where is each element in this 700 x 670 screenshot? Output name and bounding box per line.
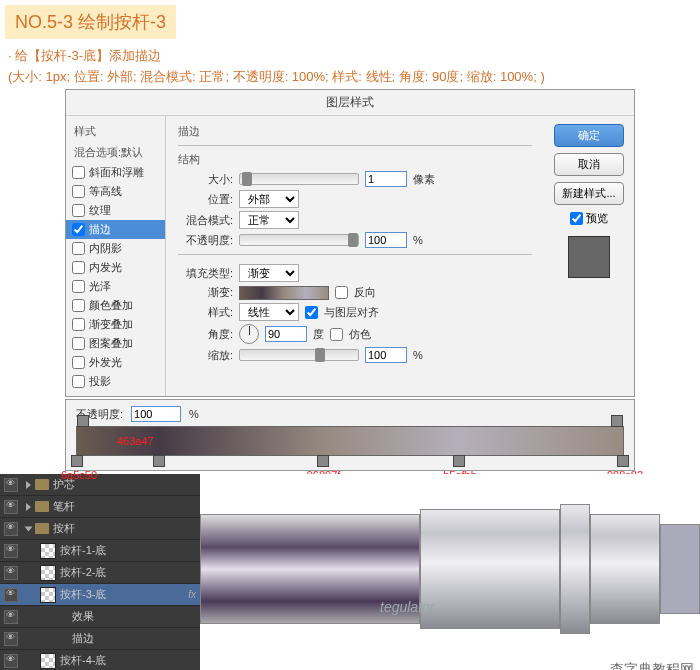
- style-checkbox[interactable]: [72, 261, 85, 274]
- style-item[interactable]: 内阴影: [66, 239, 165, 258]
- gradient-preview[interactable]: [239, 286, 329, 300]
- style-item[interactable]: 图案叠加: [66, 334, 165, 353]
- dither-checkbox[interactable]: [330, 328, 343, 341]
- scale-input[interactable]: [365, 347, 407, 363]
- style-label: 外发光: [89, 355, 122, 370]
- color-stop[interactable]: 96897f: [317, 455, 329, 469]
- visibility-eye-icon[interactable]: [4, 610, 18, 624]
- layer-row[interactable]: 护芯: [0, 474, 200, 496]
- angle-dial[interactable]: [239, 324, 259, 344]
- fill-type-select[interactable]: 渐变: [239, 264, 299, 282]
- style-item[interactable]: 等高线: [66, 182, 165, 201]
- angle-unit: 度: [313, 327, 324, 342]
- layer-row[interactable]: 按杆-1-底: [0, 540, 200, 562]
- style-item[interactable]: 渐变叠加: [66, 315, 165, 334]
- style-item[interactable]: 光泽: [66, 277, 165, 296]
- position-select[interactable]: 外部: [239, 190, 299, 208]
- fx-badge[interactable]: fx: [188, 589, 196, 600]
- visibility-eye-icon[interactable]: [4, 544, 18, 558]
- visibility-eye-icon[interactable]: [4, 478, 18, 492]
- opacity-input[interactable]: [365, 232, 407, 248]
- angle-input[interactable]: [265, 326, 307, 342]
- angle-label: 角度:: [178, 327, 233, 342]
- reverse-checkbox[interactable]: [335, 286, 348, 299]
- layer-row[interactable]: 按杆-4-底: [0, 650, 200, 670]
- style-item[interactable]: 投影: [66, 372, 165, 391]
- style-checkbox[interactable]: [72, 223, 85, 236]
- style-checkbox[interactable]: [72, 204, 85, 217]
- folder-icon: [35, 501, 49, 512]
- style-checkbox[interactable]: [72, 356, 85, 369]
- disclosure-triangle-icon[interactable]: [26, 503, 31, 511]
- size-label: 大小:: [178, 172, 233, 187]
- visibility-eye-icon[interactable]: [4, 632, 18, 646]
- subtitle: · 给【按杆-3-底】添加描边: [8, 47, 692, 65]
- style-item[interactable]: 斜面和浮雕: [66, 163, 165, 182]
- style-item[interactable]: 颜色叠加: [66, 296, 165, 315]
- opacity-stop[interactable]: [611, 415, 623, 427]
- opacity-slider[interactable]: [239, 234, 359, 246]
- new-style-button[interactable]: 新建样式...: [554, 182, 624, 205]
- preview-checkbox[interactable]: [570, 212, 583, 225]
- style-label: 描边: [89, 222, 111, 237]
- layer-row[interactable]: 效果: [0, 606, 200, 628]
- style-checkbox[interactable]: [72, 299, 85, 312]
- style-checkbox[interactable]: [72, 318, 85, 331]
- grad-opacity-input[interactable]: [131, 406, 181, 422]
- opacity-stop[interactable]: [77, 415, 89, 427]
- disclosure-triangle-icon[interactable]: [26, 481, 31, 489]
- style-checkbox[interactable]: [72, 242, 85, 255]
- layer-style-dialog: 图层样式 样式 混合选项:默认 斜面和浮雕等高线纹理描边内阴影内发光光泽颜色叠加…: [65, 89, 635, 397]
- struct-title: 结构: [178, 152, 532, 167]
- style-select[interactable]: 线性: [239, 303, 299, 321]
- layer-label: 按杆-2-底: [60, 565, 106, 580]
- color-stop[interactable]: 6a5c50: [71, 455, 83, 469]
- style-checkbox[interactable]: [72, 280, 85, 293]
- visibility-eye-icon[interactable]: [4, 588, 18, 602]
- style-checkbox[interactable]: [72, 166, 85, 179]
- layer-label: 按杆-1-底: [60, 543, 106, 558]
- color-stop[interactable]: 998c82: [617, 455, 629, 469]
- scale-slider[interactable]: [239, 349, 359, 361]
- style-checkbox[interactable]: [72, 185, 85, 198]
- blend-select[interactable]: 正常: [239, 211, 299, 229]
- cancel-button[interactable]: 取消: [554, 153, 624, 176]
- style-label: 光泽: [89, 279, 111, 294]
- visibility-eye-icon[interactable]: [4, 654, 18, 668]
- ok-button[interactable]: 确定: [554, 124, 624, 147]
- align-label: 与图层对齐: [324, 305, 379, 320]
- layer-thumb: [40, 653, 56, 669]
- params-text: (大小: 1px; 位置: 外部; 混合模式: 正常; 不透明度: 100%; …: [8, 68, 692, 86]
- dither-label: 仿色: [349, 327, 371, 342]
- layer-row[interactable]: 按杆: [0, 518, 200, 540]
- color-stop[interactable]: [153, 455, 165, 469]
- opacity-label: 不透明度:: [178, 233, 233, 248]
- align-checkbox[interactable]: [305, 306, 318, 319]
- visibility-eye-icon[interactable]: [4, 500, 18, 514]
- disclosure-triangle-icon[interactable]: [25, 526, 33, 531]
- blend-header[interactable]: 混合选项:默认: [66, 142, 165, 163]
- layer-thumb: [40, 543, 56, 559]
- size-slider[interactable]: [239, 173, 359, 185]
- layer-row[interactable]: 描边: [0, 628, 200, 650]
- style-label: 颜色叠加: [89, 298, 133, 313]
- style-label: 渐变叠加: [89, 317, 133, 332]
- layer-label: 按杆-3-底: [60, 587, 106, 602]
- stop-inner-label: 463a47: [117, 435, 154, 447]
- style-checkbox[interactable]: [72, 375, 85, 388]
- style-item[interactable]: 纹理: [66, 201, 165, 220]
- style-item[interactable]: 内发光: [66, 258, 165, 277]
- style-checkbox[interactable]: [72, 337, 85, 350]
- color-stop[interactable]: b5afbb: [453, 455, 465, 469]
- gradient-bar[interactable]: 463a47 6a5c5096897fb5afbb998c82: [76, 426, 624, 456]
- size-input[interactable]: [365, 171, 407, 187]
- visibility-eye-icon[interactable]: [4, 566, 18, 580]
- watermark: 查字典教程网 jiaocheng.chazidian.com: [584, 661, 694, 670]
- layer-row[interactable]: 笔杆: [0, 496, 200, 518]
- style-label: 样式:: [178, 305, 233, 320]
- style-item[interactable]: 外发光: [66, 353, 165, 372]
- layer-row[interactable]: 按杆-3-底fx: [0, 584, 200, 606]
- layer-row[interactable]: 按杆-2-底: [0, 562, 200, 584]
- visibility-eye-icon[interactable]: [4, 522, 18, 536]
- style-item[interactable]: 描边: [66, 220, 165, 239]
